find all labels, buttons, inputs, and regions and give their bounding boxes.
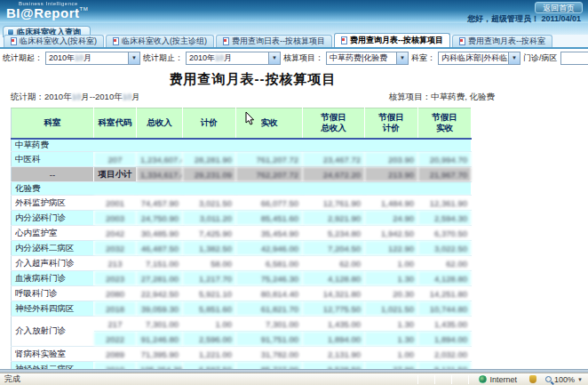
cell-dept: 外科监护病区 [12,196,94,211]
status-divider [417,375,418,384]
cell-dept: 介入超声科门诊 [12,256,94,271]
fee-report-table: 科室科室代码总收入计价实收节假日 总收入节假日 计价节假日 实收中草药费中医科2… [11,108,472,369]
cell-value: 14,321.80 [303,286,365,301]
period-start-value: 2010年10月 [46,52,128,64]
cell-value: 7,204.50 [303,241,365,256]
cell-value: 3,021.50 [183,196,236,211]
cell-value: 24,750.90 [137,211,183,226]
chevron-down-icon[interactable]: ▼ [128,52,139,64]
cell-dept-code: 项目小计 [94,167,137,182]
period-end-select[interactable]: 2010年10月 ▼ [186,52,281,65]
table-row: 呼吸科门诊208022,942.505,921.1080,814.4014,32… [12,286,472,301]
document-icon [341,36,347,44]
chevron-down-icon[interactable]: ▼ [396,52,408,64]
cell-value: 12,361.90 [418,196,472,211]
cell-value: 27.90 [365,362,418,370]
cell-value: 761,207.72 [236,152,303,167]
cell-value: 74,457.90 [137,196,183,211]
table-row: 心内监护室204230,485.907,425.9035,454.905,234… [12,226,472,241]
subtab-0[interactable]: 临床科室收入(按科室) [4,35,104,47]
cell-value: 75,246.30 [236,271,303,286]
cell-dept: 介入放射门诊 [12,317,94,347]
cell-dept-code: 207 [94,152,137,167]
cell-value: 5,234.80 [303,226,365,241]
clinic-value [561,52,588,64]
cell-value: 1.00 [365,256,418,271]
subtab-4[interactable]: 费用查询月表--按科室 [452,35,552,47]
chevron-down-icon[interactable]: ▼ [268,52,280,64]
cell-value: 7,151.00 [137,256,183,271]
cell-value: 46,487.50 [137,241,183,256]
dept-select[interactable]: 内科临床部|外科临床部 ▼ [438,52,520,65]
cell-value: 21,967.70 [418,167,472,182]
cell-dept: 心内监护室 [12,226,94,241]
dept-value: 内科临床部|外科临床部 [439,52,508,64]
cell-value: 24,672.20 [303,167,365,182]
cell-value: 1,942.50 [365,226,418,241]
cell-value: 6,370.50 [418,226,472,241]
app-header: Business Intelligence BI@ReportTM 返回首页 您… [0,0,588,23]
cell-value: 62.00 [418,256,472,271]
cell-value: 22,942.50 [137,286,183,301]
cell-value: 12,761.90 [303,196,365,211]
subtab-1[interactable]: 临床科室收入(按主诊组) [106,35,214,47]
column-header: 总收入 [137,108,183,139]
cell-value: 35,454.90 [236,226,303,241]
subtab-bar: 临床科室收入(按科室)临床科室收入(按主诊组)费用查询日表--按核算项目费用查询… [0,35,588,49]
cell-dept-code: 2032 [94,241,137,256]
cell-value: 1,435.00 [303,317,365,332]
cell-value: 9,528.50 [303,362,365,370]
subtab-3[interactable]: 费用查询月表--按核算项目 [334,33,450,47]
return-home-button[interactable]: 返回首页 [535,2,583,13]
cell-value: 1,894.00 [303,332,365,347]
status-divider [434,375,435,384]
cell-value: 7,301.00 [236,317,303,332]
cell-dept-code: 2042 [94,226,137,241]
clinic-label: 门诊/病区 [523,52,558,64]
table-row: 中医科2071,234,607.4528,281.90761,207.7223,… [12,152,472,167]
project-value: 中草药费|化验费 [327,52,396,64]
project-label: 核算项目： [283,52,323,64]
cell-value: 71,395.90 [137,347,183,362]
cell-value: 1.30 [365,332,418,347]
cell-dept: 神经外科二病区 [12,362,94,370]
cell-dept-code: 2023 [94,271,137,286]
status-divider [451,375,452,384]
clinic-select[interactable]: ▼ [560,52,588,65]
cell-value: 2,131.90 [303,347,365,362]
section-title: 化验费 [12,182,472,196]
cell-value: 61,821.70 [236,301,303,317]
cell-value: 2,032.00 [418,347,472,362]
cell-value: 30,485.90 [137,226,183,241]
report-content: 费用查询月表--按核算项目 统计期：2010年10月--2010年10月 核算项… [0,67,588,369]
subtab-label: 费用查询月表--按科室 [468,36,545,47]
user-greeting: 您好，超级管理员！ 2011/04/01 [467,13,581,25]
subtab-label: 费用查询月表--按核算项目 [350,35,443,46]
period-end-value: 2010年10月 [187,52,268,64]
cell-value: 762,207.72 [236,167,303,182]
cell-value: 1,221.00 [183,347,236,362]
table-row: 介入放射门诊2177,301.001.007,301.001,435.001.3… [12,317,472,332]
table-row: 内分泌科门诊200324,750.903,011.2085,451.602,92… [12,211,472,226]
document-icon [11,37,17,45]
globe-icon [479,375,487,383]
cell-value: 42,946.00 [236,241,303,256]
stat-period-text: 统计期：2010年10月--2010年10月 [11,92,140,103]
column-header: 节假日 计价 [365,108,418,139]
cell-value: 4,128.80 [303,271,365,286]
cell-value: 1,382.50 [183,241,236,256]
chevron-down-icon[interactable]: ▼ [508,52,520,64]
table-row: 介入超声科门诊2137,151.0058.006,581.0062.001.00… [12,256,472,271]
browser-zoom-control[interactable]: 100% ▼ [545,375,588,384]
period-start-select[interactable]: 2010年10月 ▼ [45,52,140,65]
cell-dept: -- [12,167,94,182]
column-header: 节假日 总收入 [303,108,365,139]
subtab-2[interactable]: 费用查询日表--按核算项目 [216,35,332,47]
column-header: 节假日 实收 [418,108,472,139]
table-row: 内分泌科二病区203246,487.501,382.5042,946.007,2… [12,241,472,256]
project-select[interactable]: 中草药费|化验费 ▼ [326,52,409,65]
column-header: 实收 [236,108,303,139]
cell-dept-code: 2022 [94,332,137,347]
table-row: 肾病科实验室208971,395.901,221.0031,782.002,13… [12,347,472,362]
security-zone: Internet [477,375,529,384]
